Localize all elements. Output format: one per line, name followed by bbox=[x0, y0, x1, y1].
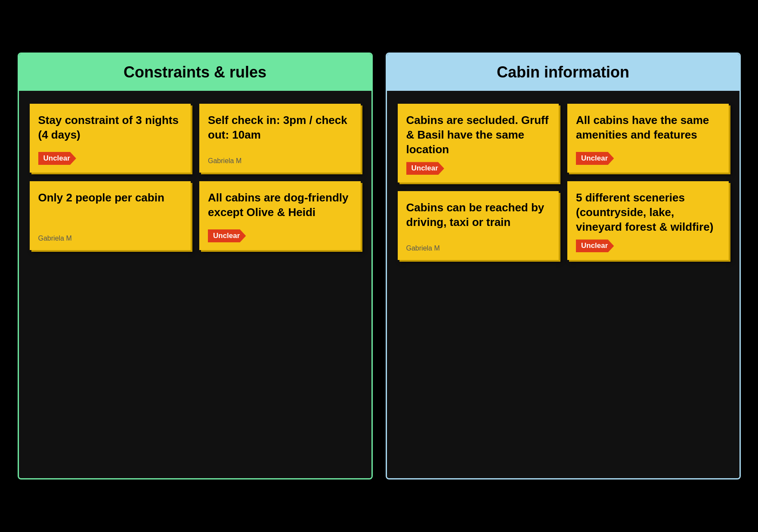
note-only-2-wrap: Only 2 people per cabin Gabriela M bbox=[30, 181, 191, 250]
note-checkin-wrap: Self check in: 3pm / check out: 10am Gab… bbox=[199, 104, 361, 173]
cabin-body: Cabins are secluded. Gruff & Basil have … bbox=[387, 91, 739, 478]
constraints-column-2: Self check in: 3pm / check out: 10am Gab… bbox=[199, 104, 361, 465]
cabin-column-1: Cabins are secluded. Gruff & Basil have … bbox=[398, 104, 559, 465]
note-stay-constraint-wrap: Stay constraint of 3 nights (4 days) Unc… bbox=[30, 104, 191, 173]
note-secluded-wrap: Cabins are secluded. Gruff & Basil have … bbox=[398, 104, 559, 182]
note-checkin-text: Self check in: 3pm / check out: 10am bbox=[208, 113, 352, 152]
note-checkin[interactable]: Self check in: 3pm / check out: 10am Gab… bbox=[199, 104, 361, 173]
unclear-badge-stay: Unclear bbox=[38, 152, 76, 165]
note-sceneries-text: 5 different sceneries (countryside, lake… bbox=[576, 191, 720, 234]
cabin-header: Cabin information bbox=[387, 54, 739, 91]
note-amenities-wrap: All cabins have the same amenities and f… bbox=[567, 104, 729, 173]
unclear-badge-dog: Unclear bbox=[208, 229, 246, 242]
note-reached-author: Gabriela M bbox=[406, 244, 551, 252]
note-only-2-author: Gabriela M bbox=[38, 235, 183, 242]
cabin-column-2: All cabins have the same amenities and f… bbox=[567, 104, 729, 465]
note-reached-wrap: Cabins can be reached by driving, taxi o… bbox=[398, 191, 559, 260]
note-amenities[interactable]: All cabins have the same amenities and f… bbox=[567, 104, 729, 173]
constraints-column-1: Stay constraint of 3 nights (4 days) Unc… bbox=[30, 104, 191, 465]
note-only-2-text: Only 2 people per cabin bbox=[38, 191, 183, 229]
note-dog-text: All cabins are dog-friendly except Olive… bbox=[208, 191, 352, 224]
unclear-badge-amenities: Unclear bbox=[576, 152, 614, 165]
note-stay-constraint-text: Stay constraint of 3 nights (4 days) bbox=[38, 113, 183, 147]
note-checkin-author: Gabriela M bbox=[208, 157, 352, 165]
note-reached-text: Cabins can be reached by driving, taxi o… bbox=[406, 201, 551, 239]
note-sceneries-wrap: 5 different sceneries (countryside, lake… bbox=[567, 181, 729, 260]
constraints-section: Constraints & rules Stay constraint of 3… bbox=[18, 53, 373, 479]
unclear-badge-sceneries: Unclear bbox=[576, 239, 614, 252]
note-only-2[interactable]: Only 2 people per cabin Gabriela M bbox=[30, 181, 191, 250]
main-container: Constraints & rules Stay constraint of 3… bbox=[18, 53, 741, 479]
note-stay-constraint[interactable]: Stay constraint of 3 nights (4 days) Unc… bbox=[30, 104, 191, 173]
note-reached[interactable]: Cabins can be reached by driving, taxi o… bbox=[398, 191, 559, 260]
unclear-badge-secluded: Unclear bbox=[406, 162, 444, 175]
note-dog[interactable]: All cabins are dog-friendly except Olive… bbox=[199, 181, 361, 250]
note-secluded[interactable]: Cabins are secluded. Gruff & Basil have … bbox=[398, 104, 559, 182]
note-amenities-text: All cabins have the same amenities and f… bbox=[576, 113, 720, 147]
constraints-body: Stay constraint of 3 nights (4 days) Unc… bbox=[19, 91, 371, 478]
note-sceneries[interactable]: 5 different sceneries (countryside, lake… bbox=[567, 181, 729, 260]
constraints-header: Constraints & rules bbox=[19, 54, 371, 91]
note-dog-wrap: All cabins are dog-friendly except Olive… bbox=[199, 181, 361, 250]
note-secluded-text: Cabins are secluded. Gruff & Basil have … bbox=[406, 113, 551, 157]
cabin-section: Cabin information Cabins are secluded. G… bbox=[386, 53, 741, 479]
